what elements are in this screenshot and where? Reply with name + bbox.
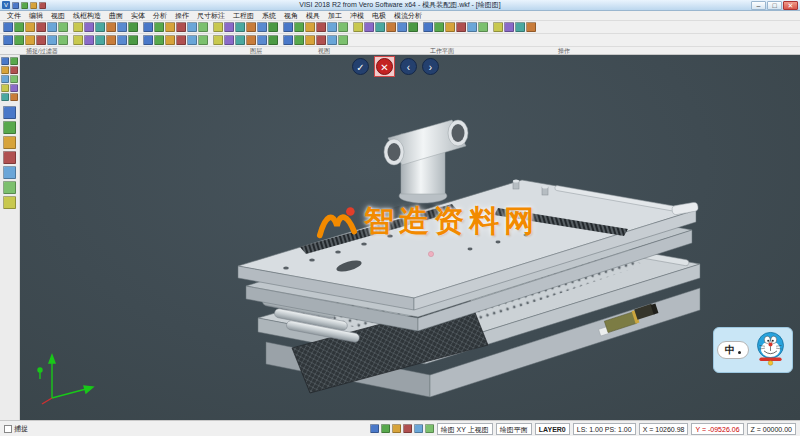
- menu-item-9[interactable]: 工程图: [229, 11, 258, 21]
- scale-icon[interactable]: [338, 22, 348, 32]
- ellipse-icon[interactable]: [198, 22, 208, 32]
- layer-icon[interactable]: [425, 424, 434, 433]
- paste-icon[interactable]: [106, 22, 116, 32]
- file-open-icon[interactable]: [14, 22, 24, 32]
- filter-faces-icon[interactable]: [294, 35, 304, 45]
- menu-item-3[interactable]: 线框构造: [69, 11, 105, 21]
- extend-icon[interactable]: [294, 22, 304, 32]
- point-tool-icon[interactable]: [3, 106, 16, 119]
- file-save-icon[interactable]: [25, 22, 35, 32]
- filter-solids-icon[interactable]: [316, 35, 326, 45]
- spline-icon[interactable]: [235, 22, 245, 32]
- menu-item-10[interactable]: 系统: [258, 11, 280, 21]
- confirm-cancel-button[interactable]: ✕: [376, 58, 393, 75]
- shaded-view-icon[interactable]: [10, 84, 18, 92]
- workplane-3pt-icon[interactable]: [224, 35, 234, 45]
- shaded-icon[interactable]: [117, 35, 127, 45]
- save-icon[interactable]: [12, 2, 19, 9]
- mirror-icon[interactable]: [305, 22, 315, 32]
- surface-tool-icon[interactable]: [3, 166, 16, 179]
- offset-icon[interactable]: [246, 22, 256, 32]
- menu-item-11[interactable]: 视角: [280, 11, 302, 21]
- point-snap-icon[interactable]: [381, 424, 390, 433]
- pan-icon[interactable]: [47, 35, 57, 45]
- menu-item-2[interactable]: 视图: [47, 11, 69, 21]
- transparency-icon[interactable]: [154, 35, 164, 45]
- plot-icon[interactable]: [47, 22, 57, 32]
- midpoint-snap-icon[interactable]: [257, 35, 267, 45]
- move-icon[interactable]: [316, 22, 326, 32]
- layer-manager-icon[interactable]: [176, 35, 186, 45]
- chamfer-icon[interactable]: [268, 22, 278, 32]
- snap-checkbox[interactable]: [4, 425, 12, 433]
- workplane-xz-icon[interactable]: [198, 35, 208, 45]
- active-view-field[interactable]: 绘图 XY 上视图: [437, 423, 493, 435]
- wireframe-icon[interactable]: [128, 35, 138, 45]
- selection-mask-icon[interactable]: [327, 35, 337, 45]
- line-icon[interactable]: [154, 22, 164, 32]
- solid-tool-icon[interactable]: [3, 181, 16, 194]
- point-icon[interactable]: [143, 22, 153, 32]
- zoom-window-icon[interactable]: [25, 35, 35, 45]
- wireframe-view-icon[interactable]: [1, 93, 9, 101]
- pan-icon[interactable]: [10, 66, 18, 74]
- hidden-line-icon[interactable]: [143, 35, 153, 45]
- draft-icon[interactable]: [478, 22, 488, 32]
- view-top-icon[interactable]: [73, 35, 83, 45]
- rotate-icon[interactable]: [327, 22, 337, 32]
- workplane-yz-icon[interactable]: [213, 35, 223, 45]
- circle-icon[interactable]: [187, 22, 197, 32]
- undo-icon[interactable]: [58, 22, 68, 32]
- view-iso-icon[interactable]: [106, 35, 116, 45]
- next-button[interactable]: ›: [422, 58, 439, 75]
- dimension-icon[interactable]: [526, 22, 536, 32]
- thread-icon[interactable]: [504, 22, 514, 32]
- menu-item-1[interactable]: 编辑: [25, 11, 47, 21]
- measure-tool-icon[interactable]: [3, 196, 16, 209]
- measure-icon[interactable]: [515, 22, 525, 32]
- point-snap-icon[interactable]: [246, 35, 256, 45]
- layer-field[interactable]: LAYER0: [535, 423, 570, 435]
- prev-button[interactable]: ‹: [400, 58, 417, 75]
- section-view-icon[interactable]: [165, 35, 175, 45]
- workplane-xy-icon[interactable]: [187, 35, 197, 45]
- menu-item-0[interactable]: 文件: [3, 11, 25, 21]
- view-front-icon[interactable]: [84, 35, 94, 45]
- fillet-icon[interactable]: [257, 22, 267, 32]
- redo-icon[interactable]: [73, 22, 83, 32]
- orbit-icon[interactable]: [58, 35, 68, 45]
- surface-revolve-icon[interactable]: [375, 22, 385, 32]
- menu-item-14[interactable]: 冲模: [346, 11, 368, 21]
- cut-icon[interactable]: [84, 22, 94, 32]
- solid-cylinder-icon[interactable]: [423, 22, 433, 32]
- close-button[interactable]: ✕: [783, 1, 798, 10]
- print-icon[interactable]: [36, 22, 46, 32]
- grid-snap-icon[interactable]: [235, 35, 245, 45]
- menu-item-13[interactable]: 加工: [324, 11, 346, 21]
- menu-item-6[interactable]: 分析: [149, 11, 171, 21]
- surface-loft-icon[interactable]: [397, 22, 407, 32]
- array-icon[interactable]: [353, 22, 363, 32]
- center-snap-icon[interactable]: [268, 35, 278, 45]
- arc-icon[interactable]: [176, 22, 186, 32]
- surface-extrude-icon[interactable]: [364, 22, 374, 32]
- translate-button[interactable]: 中: [717, 341, 749, 359]
- menu-item-7[interactable]: 操作: [171, 11, 193, 21]
- menu-item-16[interactable]: 模流分析: [390, 11, 426, 21]
- polar-icon[interactable]: [403, 424, 412, 433]
- circle-tool-icon[interactable]: [3, 136, 16, 149]
- polygon-icon[interactable]: [224, 22, 234, 32]
- view-right-icon[interactable]: [95, 35, 105, 45]
- workplane-field[interactable]: 绘图平面: [496, 423, 532, 435]
- intersection-snap-icon[interactable]: [283, 35, 293, 45]
- delete-icon[interactable]: [117, 22, 127, 32]
- render-settings-icon[interactable]: [338, 35, 348, 45]
- boolean-union-icon[interactable]: [434, 22, 444, 32]
- zoom-in-icon[interactable]: [3, 35, 13, 45]
- zoom-out-icon[interactable]: [14, 35, 24, 45]
- refresh-icon[interactable]: [1, 84, 9, 92]
- menu-item-15[interactable]: 电极: [368, 11, 390, 21]
- curve-tool-icon[interactable]: [3, 151, 16, 164]
- boolean-intersect-icon[interactable]: [456, 22, 466, 32]
- previous-view-icon[interactable]: [10, 75, 18, 83]
